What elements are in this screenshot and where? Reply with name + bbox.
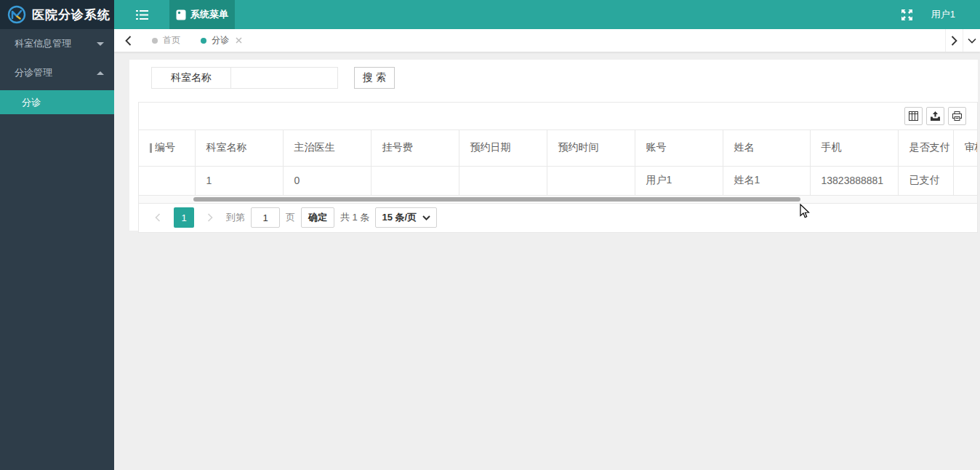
- chevron-down-icon: [422, 215, 430, 220]
- department-name-label: 科室名称: [151, 67, 231, 89]
- fullscreen-button[interactable]: [891, 0, 924, 29]
- topbar-spacer: [235, 0, 891, 29]
- total-count-label: 共 1 条: [340, 211, 369, 224]
- cell-phone: 13823888881: [810, 166, 898, 195]
- department-name-input[interactable]: [230, 67, 338, 89]
- previous-page-button[interactable]: [148, 207, 168, 228]
- cell-review: [953, 166, 977, 195]
- table-header-row: 编号 科室名称 主治医生 挂号费 预约日期 预约时间 账号 姓名 手机 是否支付: [139, 130, 977, 166]
- sidebar-item-department-info[interactable]: 科室信息管理: [0, 29, 114, 58]
- table-toolbar: [139, 103, 977, 130]
- chevron-right-icon: [207, 213, 213, 222]
- tab-home[interactable]: 首页: [142, 29, 190, 52]
- collapse-menu-button[interactable]: [114, 0, 169, 29]
- cell-time: [547, 166, 635, 195]
- search-button[interactable]: 搜 索: [354, 67, 395, 89]
- data-table-panel: 编号 科室名称 主治医生 挂号费 预约日期 预约时间 账号 姓名 手机 是否支付: [138, 102, 978, 233]
- page-number-input[interactable]: [251, 207, 280, 228]
- export-icon[interactable]: [926, 107, 944, 125]
- column-header-date[interactable]: 预约日期: [459, 130, 547, 166]
- sidebar-subitem-triage-active[interactable]: 分诊: [0, 90, 114, 114]
- column-header-paid[interactable]: 是否支付: [898, 130, 953, 166]
- confirm-page-button[interactable]: 确定: [301, 207, 334, 228]
- cell-id: [139, 166, 195, 195]
- tabs-scroll-right-button[interactable]: [945, 29, 963, 52]
- page-unit-label: 页: [286, 211, 295, 224]
- search-form: 科室名称 搜 索: [151, 67, 978, 89]
- cell-department: 1: [195, 166, 283, 195]
- page-size-value: 15 条/页: [382, 211, 417, 224]
- cell-fee: [371, 166, 459, 195]
- column-header-doctor[interactable]: 主治医生: [283, 130, 371, 166]
- app-header: 医院分诊系统 系统菜单: [0, 0, 980, 29]
- tab-status-dot: [201, 38, 206, 44]
- column-header-department[interactable]: 科室名称: [195, 130, 283, 166]
- clipped-text-fragment: [150, 143, 152, 153]
- column-header-id[interactable]: 编号: [139, 130, 195, 166]
- sidebar-item-label: 分诊管理: [15, 66, 52, 79]
- column-header-review[interactable]: 审核: [953, 130, 977, 166]
- cell-paid: 已支付: [898, 166, 953, 195]
- chevron-down-icon: [968, 38, 976, 44]
- app-title: 医院分诊系统: [32, 7, 111, 23]
- tabs-menu-button[interactable]: [963, 29, 980, 52]
- topnav-item-system-menu[interactable]: 系统菜单: [169, 0, 235, 29]
- close-tab-button[interactable]: [236, 37, 242, 44]
- column-header-account[interactable]: 账号: [635, 130, 723, 166]
- columns-icon[interactable]: [904, 107, 923, 125]
- tab-status-dot: [152, 38, 158, 44]
- column-header-phone[interactable]: 手机: [810, 130, 898, 166]
- cell-account: 用户1: [635, 166, 723, 195]
- sidebar-item-triage-management[interactable]: 分诊管理: [0, 58, 114, 87]
- cell-doctor: 0: [283, 166, 371, 195]
- tab-label: 分诊: [212, 34, 229, 47]
- cell-name: 姓名1: [723, 166, 810, 195]
- data-table: 编号 科室名称 主治医生 挂号费 预约日期 预约时间 账号 姓名 手机 是否支付: [139, 130, 977, 196]
- column-header-fee[interactable]: 挂号费: [371, 130, 459, 166]
- fullscreen-icon: [901, 9, 912, 20]
- chevron-left-icon: [155, 213, 161, 222]
- table-scroll-viewport[interactable]: 编号 科室名称 主治医生 挂号费 预约日期 预约时间 账号 姓名 手机 是否支付: [139, 130, 977, 196]
- goto-page-label: 到第: [226, 211, 245, 224]
- column-header-time[interactable]: 预约时间: [547, 130, 635, 166]
- tabbar-right-controls: [945, 29, 980, 52]
- chevron-down-icon: [97, 42, 104, 46]
- close-icon: [236, 37, 242, 44]
- chevron-left-icon: [125, 36, 132, 46]
- topnav-item-label: 系统菜单: [190, 8, 228, 21]
- hamburger-icon: [136, 10, 148, 20]
- topbar: 系统菜单 用户1: [114, 0, 980, 29]
- column-header-name[interactable]: 姓名: [723, 130, 810, 166]
- pagination-bar: 1 到第 页 确定 共 1 条 15 条/页: [139, 203, 977, 232]
- main-area: 首页 分诊: [114, 29, 980, 231]
- sidebar: 科室信息管理 分诊管理 分诊: [0, 29, 114, 470]
- app-logo-icon: [7, 5, 26, 24]
- current-page-button[interactable]: 1: [174, 207, 194, 228]
- content-card: 科室名称 搜 索: [129, 60, 978, 231]
- horizontal-scrollbar-thumb[interactable]: [193, 197, 800, 202]
- table-row[interactable]: 1 0 用户1 姓名1 13823888881 已支付: [139, 166, 977, 195]
- chevron-right-icon: [951, 36, 957, 46]
- cell-date: [459, 166, 547, 195]
- logo-block: 医院分诊系统: [0, 0, 114, 29]
- horizontal-scrollbar-track[interactable]: [139, 196, 977, 203]
- user-menu[interactable]: 用户1: [924, 0, 980, 29]
- chevron-up-icon: [97, 71, 104, 75]
- tab-label: 首页: [163, 34, 180, 47]
- sidebar-item-label: 科室信息管理: [15, 37, 71, 50]
- tab-triage[interactable]: 分诊: [190, 29, 252, 52]
- print-icon[interactable]: [948, 107, 966, 125]
- app-window: 医院分诊系统 系统菜单: [0, 0, 980, 470]
- next-page-button[interactable]: [200, 207, 220, 228]
- system-menu-icon: [176, 9, 186, 20]
- workspace-tabbar: 首页 分诊: [114, 29, 980, 52]
- tabs-scroll-left-button[interactable]: [114, 29, 142, 52]
- page-size-select[interactable]: 15 条/页: [375, 207, 437, 228]
